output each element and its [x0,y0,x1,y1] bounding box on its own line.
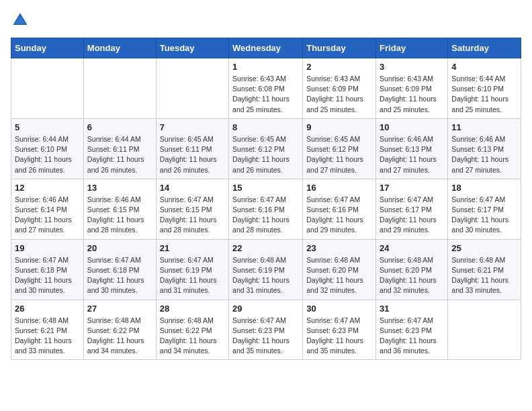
calendar-cell: 3Sunrise: 6:43 AMSunset: 6:09 PMDaylight… [376,58,448,119]
day-number: 11 [451,122,517,132]
calendar-cell: 19Sunrise: 6:47 AMSunset: 6:18 PMDayligh… [11,239,84,300]
day-number: 3 [380,62,444,72]
day-number: 16 [306,183,372,193]
day-number: 18 [451,183,517,193]
calendar-cell: 2Sunrise: 6:43 AMSunset: 6:09 PMDaylight… [303,58,376,119]
calendar-cell: 26Sunrise: 6:48 AMSunset: 6:21 PMDayligh… [11,300,84,360]
day-number: 27 [87,304,152,314]
day-number: 17 [380,183,444,193]
calendar-cell: 30Sunrise: 6:47 AMSunset: 6:23 PMDayligh… [303,300,376,360]
calendar-cell: 13Sunrise: 6:46 AMSunset: 6:15 PMDayligh… [83,179,156,239]
day-number: 6 [87,122,152,132]
day-number: 24 [380,243,444,253]
calendar-week-row: 26Sunrise: 6:48 AMSunset: 6:21 PMDayligh… [11,300,521,360]
day-info: Sunrise: 6:46 AMSunset: 6:13 PMDaylight:… [380,134,444,175]
day-info: Sunrise: 6:45 AMSunset: 6:12 PMDaylight:… [306,134,372,175]
day-number: 1 [232,62,299,72]
day-number: 4 [451,62,517,72]
day-info: Sunrise: 6:48 AMSunset: 6:20 PMDaylight:… [306,255,372,296]
day-header-friday: Friday [376,38,448,58]
day-info: Sunrise: 6:46 AMSunset: 6:13 PMDaylight:… [451,134,517,175]
day-info: Sunrise: 6:47 AMSunset: 6:17 PMDaylight:… [451,195,517,236]
day-header-tuesday: Tuesday [156,38,228,58]
day-number: 9 [306,122,372,132]
day-info: Sunrise: 6:46 AMSunset: 6:14 PMDaylight:… [15,195,80,236]
calendar-cell [83,58,156,119]
day-number: 22 [232,243,299,253]
day-info: Sunrise: 6:47 AMSunset: 6:19 PMDaylight:… [160,255,225,296]
day-info: Sunrise: 6:46 AMSunset: 6:15 PMDaylight:… [87,195,152,236]
day-number: 28 [160,304,225,314]
day-info: Sunrise: 6:44 AMSunset: 6:10 PMDaylight:… [15,134,80,175]
calendar-cell [448,300,521,360]
day-info: Sunrise: 6:48 AMSunset: 6:21 PMDaylight:… [451,255,517,296]
calendar-cell: 8Sunrise: 6:45 AMSunset: 6:12 PMDaylight… [229,118,303,179]
day-info: Sunrise: 6:44 AMSunset: 6:11 PMDaylight:… [87,134,152,175]
calendar-cell: 5Sunrise: 6:44 AMSunset: 6:10 PMDaylight… [11,118,84,179]
logo [11,11,32,30]
day-info: Sunrise: 6:45 AMSunset: 6:11 PMDaylight:… [160,134,225,175]
day-info: Sunrise: 6:47 AMSunset: 6:16 PMDaylight:… [306,195,372,236]
calendar-cell: 29Sunrise: 6:47 AMSunset: 6:23 PMDayligh… [229,300,303,360]
day-number: 13 [87,183,152,193]
day-number: 8 [232,122,299,132]
calendar-cell [156,58,228,119]
day-info: Sunrise: 6:48 AMSunset: 6:22 PMDaylight:… [160,316,225,357]
calendar-cell: 10Sunrise: 6:46 AMSunset: 6:13 PMDayligh… [376,118,448,179]
calendar-cell: 21Sunrise: 6:47 AMSunset: 6:19 PMDayligh… [156,239,228,300]
calendar-week-row: 1Sunrise: 6:43 AMSunset: 6:08 PMDaylight… [11,58,521,119]
calendar-cell: 18Sunrise: 6:47 AMSunset: 6:17 PMDayligh… [448,179,521,239]
day-info: Sunrise: 6:45 AMSunset: 6:12 PMDaylight:… [232,134,299,175]
day-header-sunday: Sunday [11,38,84,58]
day-number: 31 [380,304,444,314]
calendar-cell: 14Sunrise: 6:47 AMSunset: 6:15 PMDayligh… [156,179,228,239]
day-header-wednesday: Wednesday [229,38,303,58]
day-header-monday: Monday [83,38,156,58]
day-number: 14 [160,183,225,193]
day-info: Sunrise: 6:47 AMSunset: 6:16 PMDaylight:… [232,195,299,236]
day-info: Sunrise: 6:48 AMSunset: 6:21 PMDaylight:… [15,316,80,357]
day-info: Sunrise: 6:48 AMSunset: 6:22 PMDaylight:… [87,316,152,357]
calendar-week-row: 12Sunrise: 6:46 AMSunset: 6:14 PMDayligh… [11,179,521,239]
calendar-table: SundayMondayTuesdayWednesdayThursdayFrid… [11,38,521,360]
calendar-cell: 4Sunrise: 6:44 AMSunset: 6:10 PMDaylight… [448,58,521,119]
calendar-cell: 31Sunrise: 6:47 AMSunset: 6:23 PMDayligh… [376,300,448,360]
calendar-cell: 12Sunrise: 6:46 AMSunset: 6:14 PMDayligh… [11,179,84,239]
day-number: 12 [15,183,80,193]
calendar-cell: 20Sunrise: 6:47 AMSunset: 6:18 PMDayligh… [83,239,156,300]
day-info: Sunrise: 6:44 AMSunset: 6:10 PMDaylight:… [451,74,517,115]
calendar-cell: 1Sunrise: 6:43 AMSunset: 6:08 PMDaylight… [229,58,303,119]
day-info: Sunrise: 6:48 AMSunset: 6:20 PMDaylight:… [380,255,444,296]
day-info: Sunrise: 6:48 AMSunset: 6:19 PMDaylight:… [232,255,299,296]
calendar-cell: 24Sunrise: 6:48 AMSunset: 6:20 PMDayligh… [376,239,448,300]
day-number: 29 [232,304,299,314]
calendar-cell: 7Sunrise: 6:45 AMSunset: 6:11 PMDaylight… [156,118,228,179]
day-info: Sunrise: 6:47 AMSunset: 6:18 PMDaylight:… [15,255,80,296]
day-number: 21 [160,243,225,253]
day-number: 2 [306,62,372,72]
day-info: Sunrise: 6:47 AMSunset: 6:23 PMDaylight:… [232,316,299,357]
day-info: Sunrise: 6:47 AMSunset: 6:23 PMDaylight:… [306,316,372,357]
calendar-cell: 11Sunrise: 6:46 AMSunset: 6:13 PMDayligh… [448,118,521,179]
calendar-cell: 9Sunrise: 6:45 AMSunset: 6:12 PMDaylight… [303,118,376,179]
day-info: Sunrise: 6:47 AMSunset: 6:17 PMDaylight:… [380,195,444,236]
day-number: 25 [451,243,517,253]
day-header-saturday: Saturday [448,38,521,58]
calendar-cell: 17Sunrise: 6:47 AMSunset: 6:17 PMDayligh… [376,179,448,239]
calendar-cell: 15Sunrise: 6:47 AMSunset: 6:16 PMDayligh… [229,179,303,239]
calendar-cell [11,58,84,119]
calendar-cell: 6Sunrise: 6:44 AMSunset: 6:11 PMDaylight… [83,118,156,179]
day-number: 26 [15,304,80,314]
logo-icon [11,11,30,30]
day-number: 5 [15,122,80,132]
page-header [11,11,521,30]
day-header-thursday: Thursday [303,38,376,58]
days-header-row: SundayMondayTuesdayWednesdayThursdayFrid… [11,38,521,58]
day-info: Sunrise: 6:43 AMSunset: 6:09 PMDaylight:… [306,74,372,115]
calendar-cell: 28Sunrise: 6:48 AMSunset: 6:22 PMDayligh… [156,300,228,360]
day-info: Sunrise: 6:43 AMSunset: 6:09 PMDaylight:… [380,74,444,115]
calendar-cell: 22Sunrise: 6:48 AMSunset: 6:19 PMDayligh… [229,239,303,300]
calendar-cell: 16Sunrise: 6:47 AMSunset: 6:16 PMDayligh… [303,179,376,239]
day-number: 7 [160,122,225,132]
calendar-cell: 27Sunrise: 6:48 AMSunset: 6:22 PMDayligh… [83,300,156,360]
